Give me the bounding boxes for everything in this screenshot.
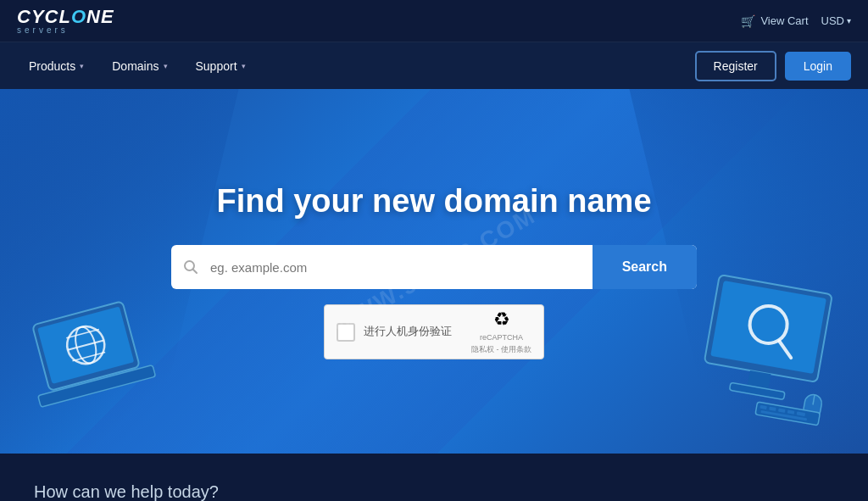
svg-line-24 [193, 270, 197, 273]
hero-title: Find your new domain name [0, 183, 868, 220]
register-button[interactable]: Register [695, 51, 776, 81]
login-button[interactable]: Login [785, 52, 851, 81]
recaptcha-privacy-links: 隐私权 - 使用条款 [471, 344, 531, 355]
search-button[interactable]: Search [593, 245, 697, 289]
help-heading: How can we help today? [34, 482, 219, 501]
topbar-right: 🛒 View Cart USD [741, 14, 851, 28]
domain-search-bar: Search [171, 245, 697, 289]
view-cart-link[interactable]: 🛒 View Cart [741, 14, 808, 28]
recaptcha-box[interactable]: 进行人机身份验证 ♻ reCAPTCHA 隐私权 - 使用条款 [324, 304, 544, 359]
recaptcha-logo-icon: ♻ [493, 309, 510, 331]
recaptcha-checkbox[interactable] [337, 323, 355, 342]
recaptcha-brand-label: reCAPTCHA [480, 333, 523, 342]
navbar: Products Domains Support Register Login [0, 42, 868, 89]
currency-selector[interactable]: USD [821, 14, 851, 27]
nav-item-support[interactable]: Support [184, 53, 258, 80]
recaptcha-left: 进行人机身份验证 [337, 323, 452, 342]
logo-tagline: servers [17, 26, 114, 35]
recaptcha-widget[interactable]: 进行人机身份验证 ♻ reCAPTCHA 隐私权 - 使用条款 [0, 304, 868, 359]
view-cart-label: View Cart [760, 14, 808, 27]
nav-item-products[interactable]: Products [17, 53, 96, 80]
nav-item-domains[interactable]: Domains [100, 53, 179, 80]
domain-search-input[interactable] [210, 245, 593, 289]
cart-icon: 🛒 [741, 14, 755, 28]
recaptcha-right: ♻ reCAPTCHA 隐私权 - 使用条款 [471, 309, 531, 355]
site-logo[interactable]: CYCLONE servers [17, 8, 114, 35]
logo-text: CYCLONE [17, 8, 114, 26]
bottom-section: How can we help today? [0, 454, 868, 501]
nav-right: Register Login [695, 51, 851, 81]
hero-section: WWW.52VPS.COM Find your new domain name … [0, 89, 868, 454]
search-icon [171, 245, 210, 289]
topbar: CYCLONE servers 🛒 View Cart USD [0, 0, 868, 42]
hero-content: Find your new domain name Search 进行人机身份验… [0, 183, 868, 359]
nav-left: Products Domains Support [17, 53, 258, 80]
recaptcha-label: 进行人机身份验证 [364, 324, 452, 339]
recaptcha-text-wrap: 进行人机身份验证 [364, 324, 452, 339]
